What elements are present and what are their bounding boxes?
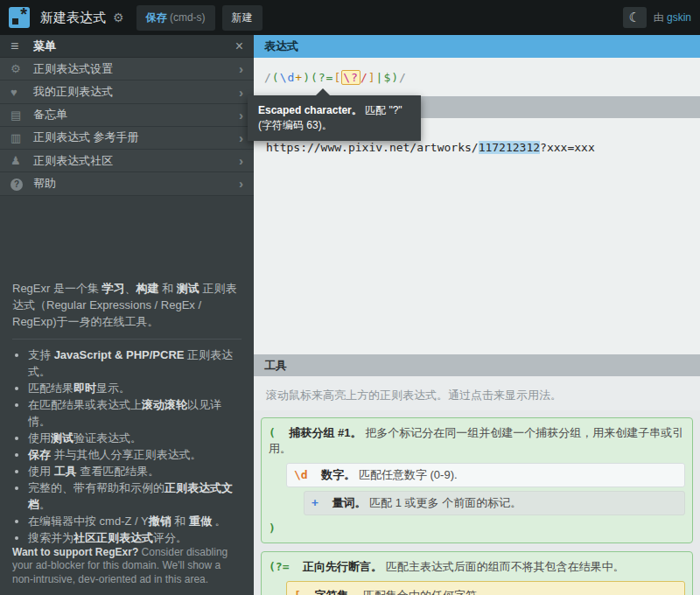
feature-item: 使用测试验证表达式。 <box>28 430 242 446</box>
regex-alternation[interactable]: | <box>376 71 384 84</box>
regex-plus-quantifier[interactable]: + <box>295 71 303 84</box>
test-text-area[interactable]: https://www.pixiv.net/artworks/117212312… <box>254 118 700 354</box>
regex-set-close[interactable]: ] <box>368 71 376 84</box>
save-label: 保存 <box>146 11 167 24</box>
main-area: 表达式 /(\d+)(?=[\?/]|$)/ https://www.pixiv… <box>254 35 700 595</box>
divider <box>12 339 242 340</box>
chevron-right-icon: › <box>239 61 243 76</box>
explain-term: 字符集。 <box>314 589 360 595</box>
explain-desc: 匹配集合中的任何字符。 <box>363 589 488 595</box>
text-after-match: ?xxx=xxx <box>540 141 595 154</box>
feature-item: 在编辑器中按 cmd-Z / Y撤销 和 重做 。 <box>28 513 242 529</box>
feature-item: 使用 工具 查看匹配结果。 <box>28 463 242 480</box>
feature-item: 支持 JavaScript & PHP/PCRE 正则表达式。 <box>28 346 242 380</box>
intro-paragraph: RegExr 是一个集 学习、构建 和 测试 正则表达式（Regular Exp… <box>12 280 242 330</box>
explain-row-quantifier[interactable]: + 量词。 匹配 1 或更多 个前面的标记。 <box>304 491 685 515</box>
ad-blocker-notice: Want to support RegExr? Consider disabli… <box>0 546 254 595</box>
logo-asterisk: * <box>20 4 27 24</box>
tooltip-arrow-icon <box>316 88 330 95</box>
regex-group-close[interactable]: ) <box>303 71 311 84</box>
moon-icon: ☾ <box>628 10 640 24</box>
community-icon: ♟ <box>10 154 33 167</box>
byline: 由 gskin <box>654 10 691 25</box>
regex-group-open[interactable]: ( <box>272 71 280 84</box>
sidebar-item-settings[interactable]: ⚙ 正则表达式设置 › <box>0 58 254 80</box>
explain-desc: 匹配主表达式后面的组而不将其包含在结果中。 <box>386 560 625 573</box>
match-highlight[interactable]: 117212312 <box>479 141 540 154</box>
explain-desc: 匹配 1 或更多 个前面的标记。 <box>369 496 522 509</box>
sidebar-item-reference[interactable]: ▥ 正则表达式 参考手册 › <box>0 127 254 150</box>
regex-escaped-question-token[interactable]: \? <box>341 70 360 85</box>
page-title: 新建表达式 <box>40 10 106 26</box>
explain-desc: 匹配任意数字 (0-9). <box>359 468 458 481</box>
expression-panel-header: 表达式 <box>254 35 700 58</box>
dark-mode-toggle[interactable]: ☾ <box>623 7 647 28</box>
settings-gear-icon[interactable]: ⚙ <box>113 10 124 24</box>
feature-item: 匹配结果即时显示。 <box>28 380 242 396</box>
feature-list: 支持 JavaScript & PHP/PCRE 正则表达式。 匹配结果即时显示… <box>16 346 242 546</box>
sidebar-item-my-patterns[interactable]: ♥ 我的正则表达式 › <box>0 80 254 103</box>
regex-set-open[interactable]: [ <box>333 71 341 84</box>
expression-header-label: 表达式 <box>264 38 298 54</box>
sidebar-item-label: 正则表达式社区 <box>33 153 113 169</box>
sidebar-item-help[interactable]: ? 帮助 › <box>0 172 254 195</box>
regexr-logo-icon: * <box>9 7 30 28</box>
regex-delimiter[interactable]: / <box>264 71 272 84</box>
tooltip-term: Escaped character。 <box>258 104 362 116</box>
gear-icon: ⚙ <box>10 62 33 75</box>
menu-header: ≡ 菜单 × <box>0 35 254 58</box>
feature-item: 完整的、带有帮助和示例的正则表达式文档。 <box>28 480 242 513</box>
token-tooltip: Escaped character。 匹配 "?" (字符编码 63)。 <box>248 95 421 141</box>
sidebar-item-label: 正则表达式 参考手册 <box>33 130 139 145</box>
regex-delimiter[interactable]: / <box>399 71 407 84</box>
explain-row-lookahead[interactable]: (?= 正向先行断言。 匹配主表达式后面的组而不将其包含在结果中。 <box>269 556 685 578</box>
chevron-right-icon: › <box>239 108 243 122</box>
feature-item: 搜索并为社区正则表达式评分。 <box>28 529 242 546</box>
explain-row-charset[interactable]: [ 字符集。 匹配集合中的任何字符。 <box>294 585 677 595</box>
sidebar-menu: ≡ 菜单 × ⚙ 正则表达式设置 › ♥ 我的正则表达式 › ▤ 备忘单 › ▥ <box>0 35 254 595</box>
digit-token: \d <box>294 468 308 481</box>
feature-item: 在匹配结果或表达式上滚动滚轮以见详情。 <box>28 396 242 430</box>
logo-square <box>12 18 18 24</box>
tools-panel-header: 工具 <box>254 354 700 376</box>
explain-term: 量词。 <box>332 496 366 509</box>
regex-digit-token[interactable]: \d <box>280 71 296 84</box>
explain-charset-box: [ 字符集。 匹配集合中的任何字符。 \? Escaped character。… <box>286 581 685 595</box>
new-button[interactable]: 新建 <box>222 5 262 31</box>
sidebar-item-community[interactable]: ♟ 正则表达式社区 › <box>0 150 254 172</box>
explain-term: 正向先行断言。 <box>303 560 382 573</box>
explain-term: 数字。 <box>321 468 355 481</box>
explain-row-group-open[interactable]: ( 捕获分组 #1。 把多个标记分在同一组并创建一个捕获分组，用来创建子串或引用… <box>269 423 685 459</box>
reference-book-icon: ▥ <box>10 131 33 144</box>
regex-lookahead-close[interactable]: ) <box>391 71 399 84</box>
explain-row-group-close[interactable]: ) <box>269 519 685 537</box>
author-link[interactable]: gskin <box>667 11 691 24</box>
menu-icon: ≡ <box>10 38 33 54</box>
save-button[interactable]: 保存 (cmd-s) <box>136 5 215 31</box>
sidebar-description: RegExr 是一个集 学习、构建 和 测试 正则表达式（Regular Exp… <box>0 196 254 546</box>
close-icon[interactable]: × <box>235 38 243 54</box>
regex-end-anchor[interactable]: $ <box>383 71 391 84</box>
regex-slash-char[interactable]: / <box>360 71 368 84</box>
cheatsheet-icon: ▤ <box>10 108 33 122</box>
sidebar-item-label: 帮助 <box>33 176 56 192</box>
explain-row-digit[interactable]: \d 数字。 匹配任意数字 (0-9). <box>286 463 685 487</box>
group-open-token: ( <box>269 426 276 439</box>
top-bar: * 新建表达式 ⚙ 保存 (cmd-s) 新建 ☾ 由 gskin <box>0 0 700 35</box>
feature-item: 保存 并与其他人分享正则表达式。 <box>28 446 242 463</box>
group-close-token: ) <box>269 522 276 535</box>
sidebar-item-label: 我的正则表达式 <box>33 84 113 100</box>
menu-title: 菜单 <box>33 38 56 54</box>
sidebar-item-label: 正则表达式设置 <box>33 61 113 77</box>
chevron-right-icon: › <box>239 85 243 100</box>
tools-hint: 滚动鼠标来高亮上方的正则表达式。通过点击来显示用法。 <box>254 376 700 410</box>
plus-token: + <box>312 496 318 509</box>
by-label: 由 <box>654 11 664 24</box>
save-shortcut-hint: (cmd-s) <box>170 11 206 24</box>
chevron-right-icon: › <box>239 153 243 168</box>
explain-lookahead: (?= 正向先行断言。 匹配主表达式后面的组而不将其包含在结果中。 [ 字符集。… <box>261 551 693 595</box>
regex-lookahead-open[interactable]: (?= <box>311 71 333 84</box>
chevron-right-icon: › <box>239 176 243 191</box>
regexr-app: * 新建表达式 ⚙ 保存 (cmd-s) 新建 ☾ 由 gskin ≡ 菜单 ×… <box>0 0 700 595</box>
sidebar-item-cheatsheet[interactable]: ▤ 备忘单 › <box>0 104 254 127</box>
